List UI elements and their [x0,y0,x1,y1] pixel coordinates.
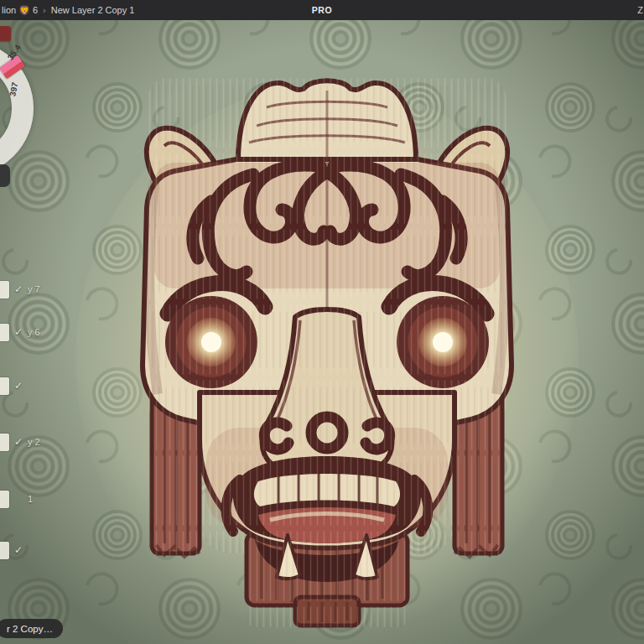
layer-row[interactable]: ✓ y 7 [0,279,40,299]
current-layer-badge[interactable]: r 2 Copy… [0,619,63,638]
layer-thumbnail [0,542,9,559]
check-icon[interactable]: ✓ [13,326,23,338]
layer-label: 1 [28,494,33,504]
check-icon[interactable]: ✓ [13,380,23,392]
layer-thumbnail [0,377,9,395]
layer-label: y 7 [28,284,40,294]
layer-thumbnail [0,324,9,341]
layer-thumbnail [0,434,9,451]
app-window: lion 🦁 6 › New Layer 2 Copy 1 PRO Z 35.4… [0,0,644,644]
artwork-lion-mask [0,0,644,644]
layer-row[interactable]: ✓ y 2 [0,432,40,452]
layer-row[interactable]: 1 [0,489,33,509]
canvas[interactable] [0,0,644,644]
top-right-label[interactable]: Z [637,0,643,20]
layer-row[interactable]: ✓ [0,376,28,396]
breadcrumb: lion 🦁 6 › New Layer 2 Copy 1 [2,0,134,20]
layer-list: ✓ y 7 ✓ y 6 ✓ ✓ y 2 [0,0,67,644]
layer-label: y 6 [28,327,40,337]
layer-label: y 2 [28,437,40,447]
breadcrumb-current-layer[interactable]: New Layer 2 Copy 1 [51,5,135,15]
layer-thumbnail [0,281,9,299]
top-bar: lion 🦁 6 › New Layer 2 Copy 1 PRO Z [0,0,644,20]
layer-row[interactable]: ✓ [0,540,28,560]
pro-badge: PRO [312,0,333,20]
chevron-right-icon: › [43,5,46,15]
layer-thumbnail [0,491,9,508]
check-icon[interactable]: ✓ [13,544,23,556]
check-icon[interactable]: ✓ [13,436,23,448]
layer-row[interactable]: ✓ y 6 [0,322,40,342]
check-icon[interactable]: ✓ [13,283,23,295]
breadcrumb-gallery[interactable]: lion 🦁 6 [2,5,38,16]
